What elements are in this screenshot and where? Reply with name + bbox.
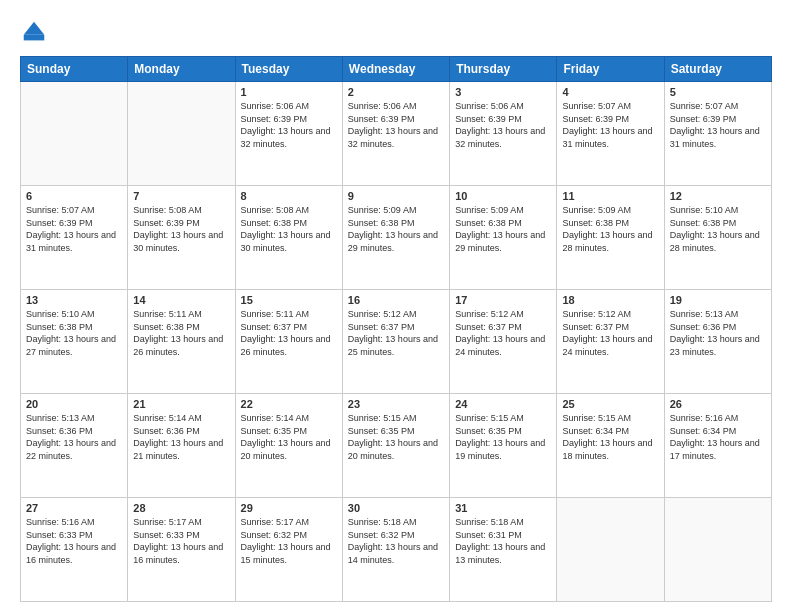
calendar-table: SundayMondayTuesdayWednesdayThursdayFrid…	[20, 56, 772, 602]
calendar-cell: 7Sunrise: 5:08 AMSunset: 6:39 PMDaylight…	[128, 186, 235, 290]
day-info: Sunrise: 5:15 AMSunset: 6:34 PMDaylight:…	[562, 412, 658, 462]
day-info: Sunrise: 5:10 AMSunset: 6:38 PMDaylight:…	[670, 204, 766, 254]
day-info: Sunrise: 5:11 AMSunset: 6:37 PMDaylight:…	[241, 308, 337, 358]
day-number: 8	[241, 190, 337, 202]
calendar-cell: 22Sunrise: 5:14 AMSunset: 6:35 PMDayligh…	[235, 394, 342, 498]
calendar-cell: 3Sunrise: 5:06 AMSunset: 6:39 PMDaylight…	[450, 82, 557, 186]
day-info: Sunrise: 5:12 AMSunset: 6:37 PMDaylight:…	[348, 308, 444, 358]
calendar-cell: 17Sunrise: 5:12 AMSunset: 6:37 PMDayligh…	[450, 290, 557, 394]
calendar-cell: 4Sunrise: 5:07 AMSunset: 6:39 PMDaylight…	[557, 82, 664, 186]
page: SundayMondayTuesdayWednesdayThursdayFrid…	[0, 0, 792, 612]
day-number: 22	[241, 398, 337, 410]
day-info: Sunrise: 5:15 AMSunset: 6:35 PMDaylight:…	[455, 412, 551, 462]
calendar-cell: 28Sunrise: 5:17 AMSunset: 6:33 PMDayligh…	[128, 498, 235, 602]
calendar-cell: 14Sunrise: 5:11 AMSunset: 6:38 PMDayligh…	[128, 290, 235, 394]
calendar-cell: 25Sunrise: 5:15 AMSunset: 6:34 PMDayligh…	[557, 394, 664, 498]
calendar-cell: 19Sunrise: 5:13 AMSunset: 6:36 PMDayligh…	[664, 290, 771, 394]
calendar-cell: 9Sunrise: 5:09 AMSunset: 6:38 PMDaylight…	[342, 186, 449, 290]
day-info: Sunrise: 5:07 AMSunset: 6:39 PMDaylight:…	[670, 100, 766, 150]
calendar-cell: 16Sunrise: 5:12 AMSunset: 6:37 PMDayligh…	[342, 290, 449, 394]
day-number: 9	[348, 190, 444, 202]
day-info: Sunrise: 5:17 AMSunset: 6:32 PMDaylight:…	[241, 516, 337, 566]
day-number: 15	[241, 294, 337, 306]
weekday-header-monday: Monday	[128, 57, 235, 82]
svg-marker-0	[24, 22, 45, 35]
calendar-cell: 26Sunrise: 5:16 AMSunset: 6:34 PMDayligh…	[664, 394, 771, 498]
day-number: 13	[26, 294, 122, 306]
day-info: Sunrise: 5:17 AMSunset: 6:33 PMDaylight:…	[133, 516, 229, 566]
calendar-cell: 29Sunrise: 5:17 AMSunset: 6:32 PMDayligh…	[235, 498, 342, 602]
day-number: 25	[562, 398, 658, 410]
calendar-cell: 6Sunrise: 5:07 AMSunset: 6:39 PMDaylight…	[21, 186, 128, 290]
day-info: Sunrise: 5:14 AMSunset: 6:36 PMDaylight:…	[133, 412, 229, 462]
day-info: Sunrise: 5:09 AMSunset: 6:38 PMDaylight:…	[562, 204, 658, 254]
logo-icon	[20, 18, 48, 46]
day-number: 4	[562, 86, 658, 98]
header	[20, 18, 772, 46]
calendar-cell: 15Sunrise: 5:11 AMSunset: 6:37 PMDayligh…	[235, 290, 342, 394]
day-number: 28	[133, 502, 229, 514]
day-info: Sunrise: 5:16 AMSunset: 6:33 PMDaylight:…	[26, 516, 122, 566]
calendar-cell: 23Sunrise: 5:15 AMSunset: 6:35 PMDayligh…	[342, 394, 449, 498]
calendar-cell: 24Sunrise: 5:15 AMSunset: 6:35 PMDayligh…	[450, 394, 557, 498]
day-number: 1	[241, 86, 337, 98]
calendar-cell	[664, 498, 771, 602]
weekday-header-friday: Friday	[557, 57, 664, 82]
day-info: Sunrise: 5:07 AMSunset: 6:39 PMDaylight:…	[26, 204, 122, 254]
day-info: Sunrise: 5:07 AMSunset: 6:39 PMDaylight:…	[562, 100, 658, 150]
calendar-cell: 30Sunrise: 5:18 AMSunset: 6:32 PMDayligh…	[342, 498, 449, 602]
day-number: 3	[455, 86, 551, 98]
day-info: Sunrise: 5:11 AMSunset: 6:38 PMDaylight:…	[133, 308, 229, 358]
day-number: 27	[26, 502, 122, 514]
calendar-cell: 10Sunrise: 5:09 AMSunset: 6:38 PMDayligh…	[450, 186, 557, 290]
calendar-cell: 1Sunrise: 5:06 AMSunset: 6:39 PMDaylight…	[235, 82, 342, 186]
calendar-cell: 12Sunrise: 5:10 AMSunset: 6:38 PMDayligh…	[664, 186, 771, 290]
week-row-3: 13Sunrise: 5:10 AMSunset: 6:38 PMDayligh…	[21, 290, 772, 394]
day-info: Sunrise: 5:09 AMSunset: 6:38 PMDaylight:…	[348, 204, 444, 254]
calendar-cell: 13Sunrise: 5:10 AMSunset: 6:38 PMDayligh…	[21, 290, 128, 394]
day-number: 30	[348, 502, 444, 514]
week-row-4: 20Sunrise: 5:13 AMSunset: 6:36 PMDayligh…	[21, 394, 772, 498]
weekday-header-saturday: Saturday	[664, 57, 771, 82]
day-number: 23	[348, 398, 444, 410]
day-info: Sunrise: 5:06 AMSunset: 6:39 PMDaylight:…	[455, 100, 551, 150]
day-info: Sunrise: 5:12 AMSunset: 6:37 PMDaylight:…	[562, 308, 658, 358]
day-number: 2	[348, 86, 444, 98]
calendar-cell	[21, 82, 128, 186]
day-number: 31	[455, 502, 551, 514]
day-number: 24	[455, 398, 551, 410]
day-info: Sunrise: 5:15 AMSunset: 6:35 PMDaylight:…	[348, 412, 444, 462]
calendar-cell: 20Sunrise: 5:13 AMSunset: 6:36 PMDayligh…	[21, 394, 128, 498]
day-number: 10	[455, 190, 551, 202]
day-number: 11	[562, 190, 658, 202]
day-info: Sunrise: 5:09 AMSunset: 6:38 PMDaylight:…	[455, 204, 551, 254]
weekday-header-sunday: Sunday	[21, 57, 128, 82]
calendar-cell: 5Sunrise: 5:07 AMSunset: 6:39 PMDaylight…	[664, 82, 771, 186]
day-number: 19	[670, 294, 766, 306]
day-info: Sunrise: 5:06 AMSunset: 6:39 PMDaylight:…	[348, 100, 444, 150]
day-number: 18	[562, 294, 658, 306]
day-number: 16	[348, 294, 444, 306]
svg-rect-1	[24, 35, 45, 41]
day-number: 5	[670, 86, 766, 98]
calendar-cell: 11Sunrise: 5:09 AMSunset: 6:38 PMDayligh…	[557, 186, 664, 290]
day-info: Sunrise: 5:13 AMSunset: 6:36 PMDaylight:…	[670, 308, 766, 358]
week-row-2: 6Sunrise: 5:07 AMSunset: 6:39 PMDaylight…	[21, 186, 772, 290]
day-number: 20	[26, 398, 122, 410]
calendar-cell: 8Sunrise: 5:08 AMSunset: 6:38 PMDaylight…	[235, 186, 342, 290]
day-number: 7	[133, 190, 229, 202]
day-number: 29	[241, 502, 337, 514]
day-info: Sunrise: 5:18 AMSunset: 6:32 PMDaylight:…	[348, 516, 444, 566]
week-row-5: 27Sunrise: 5:16 AMSunset: 6:33 PMDayligh…	[21, 498, 772, 602]
day-number: 6	[26, 190, 122, 202]
day-info: Sunrise: 5:06 AMSunset: 6:39 PMDaylight:…	[241, 100, 337, 150]
weekday-header-wednesday: Wednesday	[342, 57, 449, 82]
day-number: 17	[455, 294, 551, 306]
calendar-cell	[128, 82, 235, 186]
day-info: Sunrise: 5:18 AMSunset: 6:31 PMDaylight:…	[455, 516, 551, 566]
day-info: Sunrise: 5:08 AMSunset: 6:38 PMDaylight:…	[241, 204, 337, 254]
weekday-header-thursday: Thursday	[450, 57, 557, 82]
calendar-cell: 18Sunrise: 5:12 AMSunset: 6:37 PMDayligh…	[557, 290, 664, 394]
calendar-cell: 21Sunrise: 5:14 AMSunset: 6:36 PMDayligh…	[128, 394, 235, 498]
calendar-cell: 2Sunrise: 5:06 AMSunset: 6:39 PMDaylight…	[342, 82, 449, 186]
